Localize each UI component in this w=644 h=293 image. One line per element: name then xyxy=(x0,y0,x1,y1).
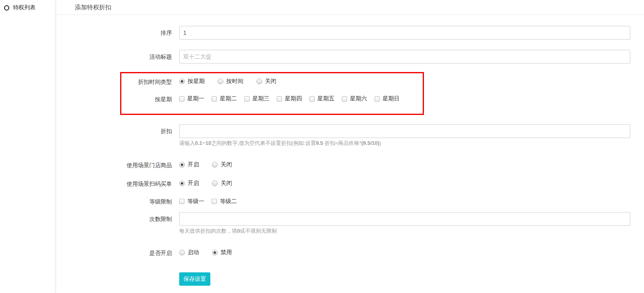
count-limit-hint: 每天提供折扣的次数，填0或不填则无限制 xyxy=(179,227,630,235)
enabled-label: 是否开启 xyxy=(61,250,179,256)
count-limit-input[interactable] xyxy=(179,212,630,226)
radio-store-on[interactable]: 开启 xyxy=(179,161,199,168)
radio-icon[interactable] xyxy=(218,79,223,84)
save-row: 保存设置 xyxy=(61,272,644,286)
radio-store-off-label: 关闭 xyxy=(220,161,232,168)
radio-icon[interactable] xyxy=(179,162,185,168)
radio-scan-on[interactable]: 开启 xyxy=(179,180,199,187)
checkbox-friday[interactable]: 星期五 xyxy=(309,95,335,102)
add-discount-form: 排序 活动标题 折扣时间类型 按星期 xyxy=(56,15,644,286)
checkbox-thursday[interactable]: 星期四 xyxy=(277,95,302,102)
checkbox-tuesday-label: 星期二 xyxy=(220,95,237,102)
radio-scan-on-label: 开启 xyxy=(188,180,199,187)
time-type-row: 折扣时间类型 按星期 按时间 关闭 xyxy=(121,78,423,86)
discount-hint: 请输入0.1~10之间的数字,值为空代表不设置折扣(例如:设置9.5 折扣=商品… xyxy=(179,140,630,147)
save-button[interactable]: 保存设置 xyxy=(179,272,210,286)
page-title: 添加特权折扣 xyxy=(75,4,111,11)
level-limit-label: 等级限制 xyxy=(61,198,179,205)
radio-scan-off[interactable]: 关闭 xyxy=(212,180,232,187)
checkbox-sunday-label: 星期日 xyxy=(383,95,400,102)
checkbox-wednesday-label: 星期三 xyxy=(252,95,269,102)
level-limit-row: 等级限制 等级一 等级二 xyxy=(61,198,644,206)
checkbox-wednesday[interactable]: 星期三 xyxy=(244,95,269,102)
radio-disable-label: 禁用 xyxy=(220,249,232,256)
page-header: 添加特权折扣 xyxy=(56,0,644,15)
checkbox-level-2[interactable]: 等级二 xyxy=(212,198,237,205)
count-limit-row: 次数限制 每天提供折扣的次数，填0或不填则无限制 xyxy=(61,212,644,235)
sidebar-item-label: 特权列表 xyxy=(13,4,36,11)
radio-by-time[interactable]: 按时间 xyxy=(218,78,243,85)
radio-icon[interactable] xyxy=(212,180,218,186)
radio-icon[interactable] xyxy=(212,162,218,168)
time-type-label: 折扣时间类型 xyxy=(121,79,179,85)
checkbox-saturday-label: 星期六 xyxy=(350,95,367,102)
scene-store-label: 使用场景门店商品 xyxy=(61,162,179,168)
activity-title-row: 活动标题 xyxy=(61,50,644,64)
checkbox-icon[interactable] xyxy=(244,96,250,102)
discount-label: 折扣 xyxy=(61,124,179,138)
sort-input[interactable] xyxy=(179,26,630,40)
checkbox-icon[interactable] xyxy=(375,96,380,102)
weekdays-row: 按星期 星期一 星期二 星期三 xyxy=(121,95,423,103)
radio-scan-off-label: 关闭 xyxy=(220,180,232,187)
discount-input[interactable] xyxy=(179,124,630,138)
radio-by-week[interactable]: 按星期 xyxy=(179,78,205,85)
radio-time-off[interactable]: 关闭 xyxy=(256,78,276,85)
checkbox-level-1-label: 等级一 xyxy=(187,198,204,205)
checkbox-icon[interactable] xyxy=(309,96,315,102)
checkbox-friday-label: 星期五 xyxy=(318,95,335,102)
checkbox-icon[interactable] xyxy=(212,96,217,102)
radio-time-off-label: 关闭 xyxy=(265,78,276,85)
activity-title-input[interactable] xyxy=(179,50,630,64)
checkbox-sunday[interactable]: 星期日 xyxy=(375,95,400,102)
count-limit-label: 次数限制 xyxy=(61,212,179,226)
radio-enable[interactable]: 启动 xyxy=(179,249,199,256)
scene-scan-label: 使用场景扫码买单 xyxy=(61,180,179,187)
enabled-row: 是否开启 启动 禁用 xyxy=(61,249,644,257)
checkbox-monday[interactable]: 星期一 xyxy=(179,95,204,102)
radio-icon[interactable] xyxy=(179,250,185,255)
checkbox-level-1[interactable]: 等级一 xyxy=(179,198,204,205)
checkbox-icon[interactable] xyxy=(342,96,347,102)
checkbox-thursday-label: 星期四 xyxy=(285,95,302,102)
radio-by-week-label: 按星期 xyxy=(188,78,205,85)
checkbox-saturday[interactable]: 星期六 xyxy=(342,95,367,102)
scene-scan-row: 使用场景扫码买单 开启 关闭 xyxy=(61,180,644,188)
radio-icon[interactable] xyxy=(179,180,185,186)
checkbox-level-2-label: 等级二 xyxy=(220,198,237,205)
sidebar: 特权列表 xyxy=(0,0,55,293)
checkbox-monday-label: 星期一 xyxy=(187,95,204,102)
sort-row: 排序 xyxy=(61,26,644,40)
radio-icon[interactable] xyxy=(212,250,218,255)
checkbox-icon[interactable] xyxy=(179,96,184,102)
checkbox-icon[interactable] xyxy=(212,199,217,204)
sidebar-item-privilege-list[interactable]: 特权列表 xyxy=(0,0,55,15)
radio-disable[interactable]: 禁用 xyxy=(212,249,232,256)
radio-enable-label: 启动 xyxy=(188,249,199,256)
sort-label: 排序 xyxy=(61,26,179,40)
radio-icon[interactable] xyxy=(179,79,185,84)
radio-by-time-label: 按时间 xyxy=(226,78,243,85)
activity-title-label: 活动标题 xyxy=(61,50,179,64)
main-content: 添加特权折扣 排序 活动标题 折扣时间类型 按星 xyxy=(56,0,644,293)
checkbox-icon[interactable] xyxy=(179,199,184,204)
scene-store-row: 使用场景门店商品 开启 关闭 xyxy=(61,161,644,169)
highlight-red-box: 折扣时间类型 按星期 按时间 关闭 xyxy=(120,72,424,115)
checkbox-tuesday[interactable]: 星期二 xyxy=(212,95,237,102)
radio-store-on-label: 开启 xyxy=(188,161,199,168)
radio-icon[interactable] xyxy=(256,79,262,84)
weekdays-label: 按星期 xyxy=(121,96,179,102)
checkbox-icon[interactable] xyxy=(277,96,282,102)
discount-row: 折扣 请输入0.1~10之间的数字,值为空代表不设置折扣(例如:设置9.5 折扣… xyxy=(61,124,644,147)
radio-store-off[interactable]: 关闭 xyxy=(212,161,232,168)
circle-icon xyxy=(4,5,9,11)
